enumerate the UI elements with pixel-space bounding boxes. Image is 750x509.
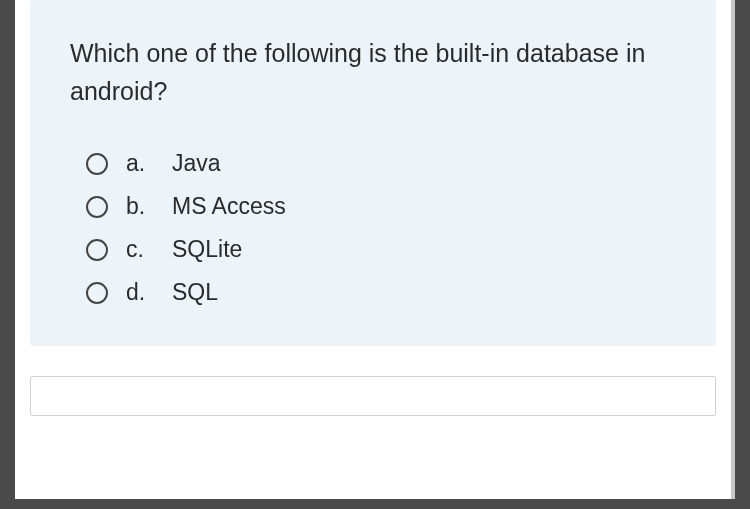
question-text: Which one of the following is the built-… <box>70 35 676 110</box>
option-row-b[interactable]: b. MS Access <box>86 193 676 220</box>
option-label: MS Access <box>172 193 286 220</box>
question-card: Which one of the following is the built-… <box>30 0 716 346</box>
next-card-placeholder <box>30 376 716 416</box>
option-letter: a. <box>126 150 154 177</box>
option-letter: d. <box>126 279 154 306</box>
option-row-a[interactable]: a. Java <box>86 150 676 177</box>
option-letter: c. <box>126 236 154 263</box>
radio-option-b[interactable] <box>86 196 108 218</box>
radio-option-c[interactable] <box>86 239 108 261</box>
radio-option-d[interactable] <box>86 282 108 304</box>
page-frame: Which one of the following is the built-… <box>15 0 735 499</box>
option-letter: b. <box>126 193 154 220</box>
options-list: a. Java b. MS Access c. SQLite d. SQL <box>70 150 676 306</box>
option-label: SQLite <box>172 236 242 263</box>
option-label: SQL <box>172 279 218 306</box>
option-row-c[interactable]: c. SQLite <box>86 236 676 263</box>
option-label: Java <box>172 150 221 177</box>
option-row-d[interactable]: d. SQL <box>86 279 676 306</box>
radio-option-a[interactable] <box>86 153 108 175</box>
